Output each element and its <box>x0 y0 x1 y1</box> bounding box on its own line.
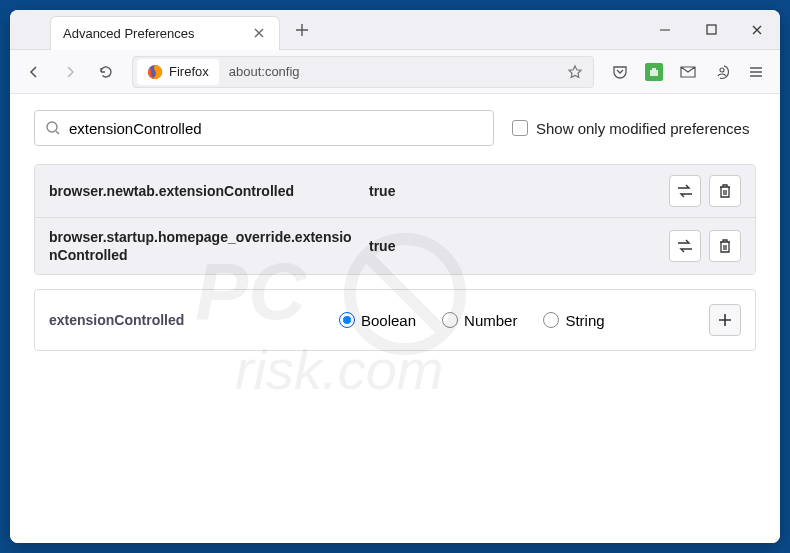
svg-rect-3 <box>652 68 656 70</box>
pref-name: browser.newtab.extensionControlled <box>49 182 359 200</box>
svg-rect-2 <box>650 70 658 76</box>
firefox-icon <box>147 64 163 80</box>
type-radio-group: Boolean Number String <box>339 312 699 329</box>
close-icon[interactable] <box>251 25 267 41</box>
checkbox-icon <box>512 120 528 136</box>
window-controls <box>642 10 780 50</box>
preference-row: browser.newtab.extensionControlled true <box>35 165 755 218</box>
pref-value: true <box>369 238 659 254</box>
tab-title: Advanced Preferences <box>63 26 251 41</box>
account-icon[interactable] <box>706 56 738 88</box>
preference-row: browser.startup.homepage_override.extens… <box>35 218 755 274</box>
maximize-button[interactable] <box>688 10 734 50</box>
delete-button[interactable] <box>709 175 741 207</box>
pref-value: true <box>369 183 659 199</box>
pref-name: browser.startup.homepage_override.extens… <box>49 228 359 264</box>
new-pref-name: extensionControlled <box>49 312 329 328</box>
url-text: about:config <box>221 64 561 79</box>
search-input[interactable] <box>69 120 483 137</box>
minimize-button[interactable] <box>642 10 688 50</box>
window: Advanced Preferences Firefox about:confi… <box>10 10 780 543</box>
forward-button[interactable] <box>54 56 86 88</box>
checkbox-label: Show only modified preferences <box>536 120 749 137</box>
show-modified-checkbox[interactable]: Show only modified preferences <box>512 120 749 137</box>
toggle-button[interactable] <box>669 230 701 262</box>
bookmark-star-icon[interactable] <box>561 58 589 86</box>
toolbar: Firefox about:config <box>10 50 780 94</box>
url-bar[interactable]: Firefox about:config <box>132 56 594 88</box>
browser-tab[interactable]: Advanced Preferences <box>50 16 280 50</box>
search-row: Show only modified preferences <box>34 110 756 146</box>
svg-point-5 <box>720 68 724 72</box>
content-area: PCrisk.com Show only modified preference… <box>10 94 780 543</box>
radio-icon <box>339 312 355 328</box>
back-button[interactable] <box>18 56 50 88</box>
close-window-button[interactable] <box>734 10 780 50</box>
svg-rect-0 <box>707 25 716 34</box>
svg-point-9 <box>47 122 57 132</box>
new-preference-row: extensionControlled Boolean Number Strin… <box>34 289 756 351</box>
identity-label: Firefox <box>169 64 209 79</box>
titlebar: Advanced Preferences <box>10 10 780 50</box>
search-box[interactable] <box>34 110 494 146</box>
radio-boolean[interactable]: Boolean <box>339 312 416 329</box>
identity-box[interactable]: Firefox <box>137 59 219 85</box>
mail-icon[interactable] <box>672 56 704 88</box>
search-icon <box>45 120 61 136</box>
preference-list: browser.newtab.extensionControlled true … <box>34 164 756 275</box>
new-tab-button[interactable] <box>288 16 316 44</box>
reload-button[interactable] <box>90 56 122 88</box>
radio-icon <box>442 312 458 328</box>
toggle-button[interactable] <box>669 175 701 207</box>
radio-string[interactable]: String <box>543 312 604 329</box>
menu-icon[interactable] <box>740 56 772 88</box>
radio-number[interactable]: Number <box>442 312 517 329</box>
radio-icon <box>543 312 559 328</box>
pocket-icon[interactable] <box>604 56 636 88</box>
delete-button[interactable] <box>709 230 741 262</box>
toolbar-icons <box>604 56 772 88</box>
extension-icon[interactable] <box>638 56 670 88</box>
add-button[interactable] <box>709 304 741 336</box>
